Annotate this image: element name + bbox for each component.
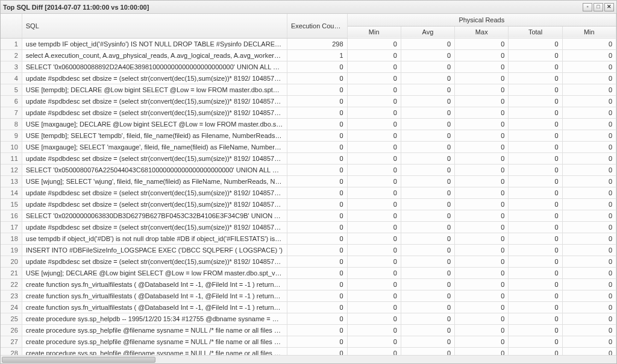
row-number: 17 xyxy=(1,221,22,233)
cell-sql: USE [wjung]; DECLARE @Low bigint SELECT … xyxy=(22,267,287,278)
cell-avg: 0 xyxy=(401,347,454,355)
table-row[interactable]: 21USE [wjung]; DECLARE @Low bigint SELEC… xyxy=(1,267,616,278)
cell-max: 0 xyxy=(455,49,509,61)
cell-min2: 0 xyxy=(562,164,616,175)
cell-avg: 0 xyxy=(401,49,454,61)
grid: SQL Execution Count Physical Reads Min A… xyxy=(1,14,616,363)
scrollbar-thumb[interactable] xyxy=(2,357,155,363)
cell-sql: create procedure sys.sp_helpfile @filena… xyxy=(22,347,287,355)
cell-min2: 0 xyxy=(562,39,616,50)
cell-min: 0 xyxy=(347,278,401,290)
cell-min2: 0 xyxy=(562,267,616,278)
col-max[interactable]: Max xyxy=(455,26,509,38)
cell-avg: 0 xyxy=(401,72,454,84)
table-row[interactable]: 28create procedure sys.sp_helpfile @file… xyxy=(1,347,616,355)
cell-min: 0 xyxy=(347,290,401,301)
cell-min: 0 xyxy=(347,118,401,130)
table-row[interactable]: 1use tempdb IF object_id('#Sysinfo') IS … xyxy=(1,39,616,50)
cell-min2: 0 xyxy=(562,152,616,164)
col-min2[interactable]: Min xyxy=(562,26,616,38)
table-row[interactable]: 4update #spdbdesc set dbsize = (select s… xyxy=(1,72,616,84)
cell-sql: USE [maxgauge]; SELECT 'maxgauge', filei… xyxy=(22,141,287,152)
cell-avg: 0 xyxy=(401,84,454,95)
cell-min2: 0 xyxy=(562,49,616,61)
table-row[interactable]: 19INSERT INTO #DBFileSizeInfo_LOGSPACE E… xyxy=(1,244,616,256)
cell-min: 0 xyxy=(347,95,401,107)
cell-min: 0 xyxy=(347,84,401,95)
table-row[interactable]: 25create procedure sys.sp_helpdb -- 1995… xyxy=(1,313,616,324)
table-row[interactable]: 16SELECT '0x02000000063830DB3D6279B627BF… xyxy=(1,210,616,221)
cell-exec: 0 xyxy=(287,210,347,221)
col-sql[interactable]: SQL xyxy=(22,14,287,38)
table-row[interactable]: 27create procedure sys.sp_helpfile @file… xyxy=(1,336,616,347)
col-exec-count[interactable]: Execution Count xyxy=(287,14,347,38)
window-title: Top SQL Diff [2014-07-07 11:00:00 vs 10:… xyxy=(3,4,149,11)
table-row[interactable]: 18use tempdb if object_id('#DB') is not … xyxy=(1,233,616,244)
table-row[interactable]: 26create procedure sys.sp_helpfile @file… xyxy=(1,324,616,336)
cell-min2: 0 xyxy=(562,61,616,72)
table-row[interactable]: 11update #spdbdesc set dbsize = (select … xyxy=(1,152,616,164)
table-row[interactable]: 23create function sys.fn_virtualfilestat… xyxy=(1,290,616,301)
cell-avg: 0 xyxy=(401,244,454,256)
row-number: 26 xyxy=(1,324,22,336)
table-row[interactable]: 13USE [wjung]; SELECT 'wjung', fileid, f… xyxy=(1,175,616,187)
row-number: 24 xyxy=(1,301,22,313)
cell-sql: select A.execution_count, A.avg_physical… xyxy=(22,49,287,61)
cell-sql: create procedure sys.sp_helpfile @filena… xyxy=(22,336,287,347)
cell-max: 0 xyxy=(455,233,509,244)
table-row[interactable]: 15update #spdbdesc set dbsize = (select … xyxy=(1,198,616,210)
cell-min2: 0 xyxy=(562,256,616,267)
cell-max: 0 xyxy=(455,198,509,210)
cell-max: 0 xyxy=(455,324,509,336)
cell-total: 0 xyxy=(509,198,562,210)
row-number: 15 xyxy=(1,198,22,210)
row-number: 4 xyxy=(1,72,22,84)
table-row[interactable]: 7update #spdbdesc set dbsize = (select s… xyxy=(1,107,616,118)
cell-max: 0 xyxy=(455,141,509,152)
cell-avg: 0 xyxy=(401,233,454,244)
table-row[interactable]: 14update #spdbdesc set dbsize = (select … xyxy=(1,187,616,198)
cell-sql: create function sys.fn_virtualfilestats … xyxy=(22,301,287,313)
cell-max: 0 xyxy=(455,244,509,256)
col-group-physical-reads[interactable]: Physical Reads xyxy=(347,14,616,26)
table-row[interactable]: 12SELECT '0x0500080076A225044043C6810000… xyxy=(1,164,616,175)
table-row[interactable]: 9USE [tempdb]; SELECT 'tempdb', fileid, … xyxy=(1,130,616,141)
maximize-button[interactable]: □ xyxy=(594,3,603,11)
cell-exec: 0 xyxy=(287,324,347,336)
table-row[interactable]: 10USE [maxgauge]; SELECT 'maxgauge', fil… xyxy=(1,141,616,152)
cell-total: 0 xyxy=(509,72,562,84)
table-row[interactable]: 20update #spdbdesc set dbsize = (select … xyxy=(1,256,616,267)
table-row[interactable]: 6update #spdbdesc set dbsize = (select s… xyxy=(1,95,616,107)
minimize-button[interactable]: ▫ xyxy=(583,3,592,11)
cell-min: 0 xyxy=(347,164,401,175)
cell-exec: 0 xyxy=(287,152,347,164)
col-rownum[interactable] xyxy=(1,14,22,38)
cell-min: 0 xyxy=(347,141,401,152)
cell-total: 0 xyxy=(509,175,562,187)
cell-min2: 0 xyxy=(562,175,616,187)
horizontal-scrollbar[interactable] xyxy=(1,355,616,363)
close-button[interactable]: ✕ xyxy=(604,3,614,11)
table-row[interactable]: 17update #spdbdesc set dbsize = (select … xyxy=(1,221,616,233)
table-row[interactable]: 8USE [maxgauge]; DECLARE @Low bigint SEL… xyxy=(1,118,616,130)
cell-max: 0 xyxy=(455,164,509,175)
cell-total: 0 xyxy=(509,336,562,347)
grid-body[interactable]: 1use tempdb IF object_id('#Sysinfo') IS … xyxy=(1,39,616,356)
table-row[interactable]: 5USE [tempdb]; DECLARE @Low bigint SELEC… xyxy=(1,84,616,95)
col-min[interactable]: Min xyxy=(347,26,401,38)
table-row[interactable]: 2select A.execution_count, A.avg_physica… xyxy=(1,49,616,61)
cell-exec: 0 xyxy=(287,313,347,324)
col-total[interactable]: Total xyxy=(509,26,562,38)
cell-max: 0 xyxy=(455,290,509,301)
cell-min2: 0 xyxy=(562,187,616,198)
cell-avg: 0 xyxy=(401,301,454,313)
row-number: 16 xyxy=(1,210,22,221)
row-number: 13 xyxy=(1,175,22,187)
table-row[interactable]: 22create function sys.fn_virtualfilestat… xyxy=(1,278,616,290)
cell-avg: 0 xyxy=(401,130,454,141)
table-row[interactable]: 24create function sys.fn_virtualfilestat… xyxy=(1,301,616,313)
cell-max: 0 xyxy=(455,95,509,107)
title-bar: Top SQL Diff [2014-07-07 11:00:00 vs 10:… xyxy=(1,1,616,14)
table-row[interactable]: 3SELECT '0x0600080088892D2A40E3898100000… xyxy=(1,61,616,72)
col-avg[interactable]: Avg xyxy=(401,26,454,38)
